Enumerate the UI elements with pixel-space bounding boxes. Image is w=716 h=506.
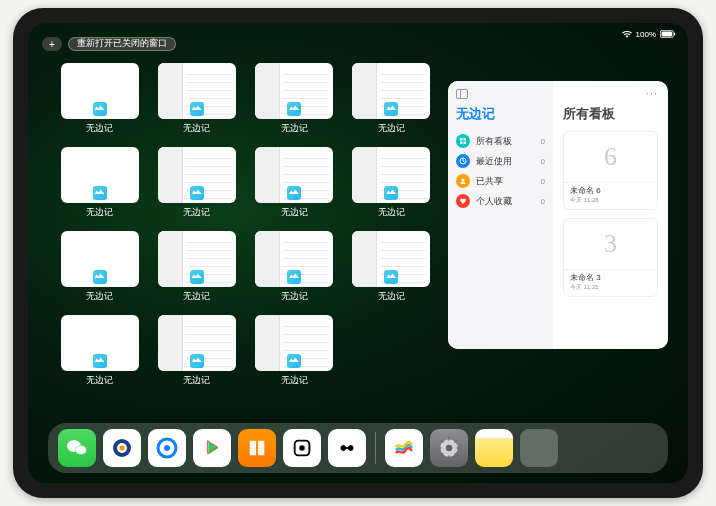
dock bbox=[48, 423, 668, 473]
dock-app-wechat[interactable] bbox=[58, 429, 96, 467]
clock-icon bbox=[456, 154, 470, 168]
top-controls: + 重新打开已关闭的窗口 bbox=[42, 37, 176, 51]
window-thumbnail[interactable]: 无边记 bbox=[155, 63, 238, 135]
window-thumbnail[interactable]: 无边记 bbox=[253, 231, 336, 303]
freeform-panel: 无边记 所有看板0最近使用0已共享0个人收藏0 ··· 所有看板 6未命名 6今… bbox=[448, 81, 668, 349]
thumbnail-preview bbox=[158, 315, 236, 371]
window-thumbnail[interactable]: 无边记 bbox=[253, 315, 336, 387]
dock-app-social[interactable] bbox=[328, 429, 366, 467]
sidebar-nav-item[interactable]: 最近使用0 bbox=[456, 151, 545, 171]
freeform-app-icon bbox=[287, 270, 301, 284]
windows-grid: 无边记无边记无边记无边记无边记无边记无边记无边记无边记无边记无边记无边记无边记无… bbox=[58, 63, 433, 387]
svg-rect-4 bbox=[464, 138, 467, 141]
thumbnail-label: 无边记 bbox=[86, 206, 113, 219]
thumbnail-label: 无边记 bbox=[378, 290, 405, 303]
sidebar-nav-item[interactable]: 已共享0 bbox=[456, 171, 545, 191]
thumbnail-label: 无边记 bbox=[183, 122, 210, 135]
window-thumbnail[interactable]: 无边记 bbox=[58, 63, 141, 135]
dock-app-game[interactable] bbox=[283, 429, 321, 467]
dock-recents-folder[interactable] bbox=[520, 429, 558, 467]
window-thumbnail[interactable]: 无边记 bbox=[350, 147, 433, 219]
ipad-frame: 100% + 重新打开已关闭的窗口 无边记无边记无边记无边记无边记无边记无边记无… bbox=[13, 8, 703, 498]
window-thumbnail[interactable]: 无边记 bbox=[253, 147, 336, 219]
wifi-icon bbox=[622, 30, 632, 38]
screen: 100% + 重新打开已关闭的窗口 无边记无边记无边记无边记无边记无边记无边记无… bbox=[28, 23, 688, 483]
board-name: 未命名 6 bbox=[570, 185, 651, 196]
thumbnail-preview bbox=[61, 63, 139, 119]
reopen-label: 重新打开已关闭的窗口 bbox=[77, 38, 167, 50]
dock-app-freeform[interactable] bbox=[385, 429, 423, 467]
thumbnail-preview bbox=[61, 147, 139, 203]
thumbnail-preview bbox=[255, 63, 333, 119]
thumbnail-preview bbox=[255, 315, 333, 371]
thumbnail-preview bbox=[158, 147, 236, 203]
svg-point-17 bbox=[299, 445, 305, 451]
svg-point-15 bbox=[164, 445, 170, 451]
freeform-app-icon bbox=[190, 186, 204, 200]
window-thumbnail[interactable]: 无边记 bbox=[58, 147, 141, 219]
window-thumbnail[interactable]: 无边记 bbox=[350, 231, 433, 303]
window-thumbnail[interactable]: 无边记 bbox=[58, 315, 141, 387]
more-button[interactable]: ··· bbox=[646, 87, 658, 99]
window-thumbnail[interactable]: 无边记 bbox=[350, 63, 433, 135]
thumbnail-label: 无边记 bbox=[86, 122, 113, 135]
panel-sidebar: 无边记 所有看板0最近使用0已共享0个人收藏0 bbox=[448, 81, 553, 349]
thumbnail-label: 无边记 bbox=[183, 374, 210, 387]
board-card[interactable]: 3未命名 3今天 11:25 bbox=[563, 218, 658, 297]
svg-point-21 bbox=[446, 445, 453, 452]
nav-label: 个人收藏 bbox=[476, 195, 512, 208]
svg-rect-6 bbox=[464, 142, 467, 145]
sidebar-nav-item[interactable]: 个人收藏0 bbox=[456, 191, 545, 211]
nav-count: 0 bbox=[541, 197, 545, 206]
thumbnail-label: 无边记 bbox=[183, 290, 210, 303]
window-thumbnail[interactable]: 无边记 bbox=[253, 63, 336, 135]
freeform-app-icon bbox=[190, 354, 204, 368]
thumbnail-preview bbox=[255, 147, 333, 203]
window-thumbnail[interactable]: 无边记 bbox=[155, 231, 238, 303]
freeform-app-icon bbox=[287, 354, 301, 368]
freeform-app-icon bbox=[93, 354, 107, 368]
panel-right-title: 所有看板 bbox=[563, 105, 658, 123]
nav-count: 0 bbox=[541, 157, 545, 166]
dock-app-video-player[interactable] bbox=[193, 429, 231, 467]
nav-count: 0 bbox=[541, 177, 545, 186]
freeform-app-icon bbox=[93, 186, 107, 200]
thumbnail-label: 无边记 bbox=[86, 374, 113, 387]
freeform-app-icon bbox=[93, 102, 107, 116]
sidebar-nav-item[interactable]: 所有看板0 bbox=[456, 131, 545, 151]
freeform-app-icon bbox=[384, 270, 398, 284]
board-preview: 6 bbox=[564, 132, 657, 182]
svg-rect-2 bbox=[674, 32, 675, 35]
dock-app-books[interactable] bbox=[238, 429, 276, 467]
freeform-app-icon bbox=[93, 270, 107, 284]
window-thumbnail[interactable]: 无边记 bbox=[58, 231, 141, 303]
freeform-app-icon bbox=[190, 102, 204, 116]
add-window-button[interactable]: + bbox=[42, 37, 62, 51]
heart-icon bbox=[456, 194, 470, 208]
nav-label: 最近使用 bbox=[476, 155, 512, 168]
svg-rect-1 bbox=[662, 32, 672, 37]
thumbnail-preview bbox=[61, 231, 139, 287]
window-thumbnail[interactable]: 无边记 bbox=[155, 315, 238, 387]
board-card[interactable]: 6未命名 6今天 11:28 bbox=[563, 131, 658, 210]
thumbnail-preview bbox=[255, 231, 333, 287]
dock-app-qq-browser[interactable] bbox=[148, 429, 186, 467]
dock-app-notes[interactable] bbox=[475, 429, 513, 467]
thumbnail-preview bbox=[352, 231, 430, 287]
window-thumbnail[interactable]: 无边记 bbox=[155, 147, 238, 219]
svg-rect-3 bbox=[460, 138, 463, 141]
grid-icon bbox=[456, 134, 470, 148]
svg-point-10 bbox=[76, 446, 87, 455]
sidebar-toggle-icon[interactable] bbox=[456, 89, 468, 99]
panel-content: ··· 所有看板 6未命名 6今天 11:283未命名 3今天 11:25 bbox=[553, 81, 668, 349]
thumbnail-label: 无边记 bbox=[281, 206, 308, 219]
dock-app-tencent-video[interactable] bbox=[103, 429, 141, 467]
thumbnail-preview bbox=[158, 231, 236, 287]
nav-label: 已共享 bbox=[476, 175, 503, 188]
panel-title: 无边记 bbox=[456, 105, 545, 123]
thumbnail-label: 无边记 bbox=[86, 290, 113, 303]
thumbnail-preview bbox=[158, 63, 236, 119]
thumbnail-label: 无边记 bbox=[183, 206, 210, 219]
dock-app-settings[interactable] bbox=[430, 429, 468, 467]
reopen-closed-button[interactable]: 重新打开已关闭的窗口 bbox=[68, 37, 176, 51]
